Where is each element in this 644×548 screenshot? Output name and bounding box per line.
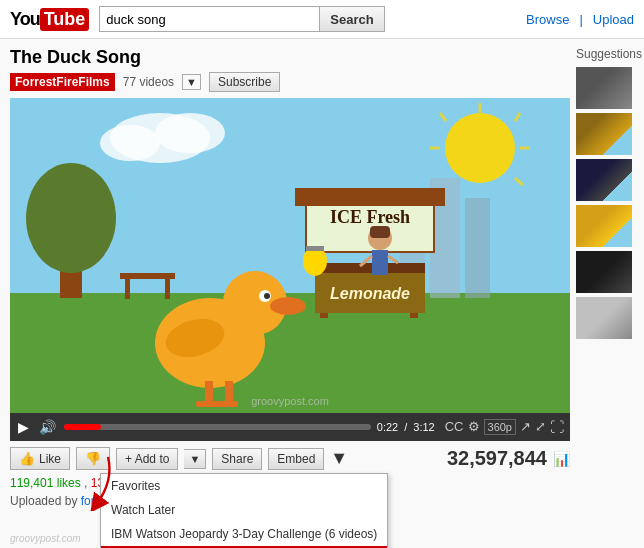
embed-button[interactable]: Embed: [268, 448, 324, 470]
svg-point-39: [264, 293, 270, 299]
suggestions-label: Suggestions: [576, 47, 634, 61]
dropdown-menu: Favorites Watch Later IBM Watson Jeopard…: [100, 473, 388, 548]
suggestion-thumb-5[interactable]: [576, 251, 632, 293]
main: The Duck Song ForrestFireFilms 77 videos…: [0, 39, 644, 516]
ctrl-icon-group: CC ⚙ 360p ↗ ⤢ ⛶: [445, 419, 564, 435]
header-divider: |: [579, 12, 582, 27]
time-total: 3:12: [413, 421, 434, 433]
action-bar: 👍 Like 👎 + Add to ▼ Share Embed ▼ 32,597…: [10, 441, 570, 474]
progress-fill: [64, 424, 101, 430]
expand-icon[interactable]: ⤢: [535, 419, 546, 435]
svg-rect-22: [315, 263, 425, 273]
dropdown-ibm-challenge[interactable]: IBM Watson Jeopardy 3-Day Challenge (6 v…: [101, 522, 387, 546]
svg-point-2: [445, 113, 515, 183]
share-button[interactable]: Share: [212, 448, 262, 470]
header: YouTube Search Browse | Upload: [0, 0, 644, 39]
thumbs-down-icon: 👎: [85, 451, 101, 466]
svg-rect-35: [370, 226, 390, 238]
svg-rect-45: [216, 401, 238, 407]
dropdown-watch-later[interactable]: Watch Later: [101, 498, 387, 522]
video-scene: ICE Fresh Lemonade: [10, 98, 570, 413]
add-to-dropdown-button[interactable]: ▼: [184, 449, 206, 469]
svg-point-10: [155, 113, 225, 153]
add-to-button[interactable]: + Add to: [116, 448, 178, 470]
groovypost-watermark: groovypost.com: [10, 533, 81, 544]
svg-rect-43: [225, 381, 233, 403]
suggestion-thumb-2[interactable]: [576, 113, 632, 155]
view-count-info[interactable]: 📊: [553, 451, 570, 467]
volume-button[interactable]: 🔊: [37, 420, 58, 434]
svg-point-40: [270, 297, 306, 315]
upload-prefix: Uploaded by: [10, 494, 77, 508]
header-links: Browse | Upload: [526, 12, 634, 27]
suggestion-thumb-6[interactable]: [576, 297, 632, 339]
time-display: 0:22: [377, 421, 398, 433]
suggestion-thumb-4[interactable]: [576, 205, 632, 247]
more-button[interactable]: ▼: [330, 448, 348, 469]
upload-link[interactable]: Upload: [593, 12, 634, 27]
svg-point-11: [100, 125, 160, 161]
caption-icon[interactable]: CC: [445, 419, 464, 435]
svg-rect-44: [196, 401, 218, 407]
svg-point-13: [26, 163, 116, 273]
video-title: The Duck Song: [10, 47, 566, 68]
quality-button[interactable]: 360p: [484, 419, 516, 435]
video-svg: ICE Fresh Lemonade: [10, 98, 570, 413]
svg-rect-16: [165, 279, 170, 299]
suggestion-thumb-3[interactable]: [576, 159, 632, 201]
thumbs-up-icon: 👍: [19, 451, 35, 466]
time-separator: /: [404, 421, 407, 433]
like-label: Like: [39, 452, 61, 466]
view-count: 32,597,844: [447, 447, 547, 470]
dropdown-favorites[interactable]: Favorites: [101, 474, 387, 498]
logo-you: You: [10, 9, 40, 30]
progress-bar[interactable]: [64, 424, 371, 430]
share-icon[interactable]: ↗: [520, 419, 531, 435]
logo[interactable]: YouTube: [10, 8, 89, 31]
video-player[interactable]: ICE Fresh Lemonade: [10, 98, 570, 413]
svg-rect-26: [295, 188, 445, 206]
fullscreen-button[interactable]: ⛶: [550, 419, 564, 435]
dislike-button[interactable]: 👎: [76, 447, 110, 470]
logo-tube: Tube: [40, 8, 90, 31]
likes-separator: ,: [84, 476, 91, 490]
suggestion-thumb-1[interactable]: [576, 67, 632, 109]
channel-name[interactable]: ForrestFireFilms: [10, 73, 115, 91]
subscribe-button[interactable]: Subscribe: [209, 72, 280, 92]
svg-text:Lemonade: Lemonade: [330, 285, 410, 302]
svg-rect-30: [306, 246, 324, 251]
search-button[interactable]: Search: [319, 6, 384, 32]
video-count: 77 videos: [123, 75, 174, 89]
sidebar: Suggestions: [576, 47, 634, 508]
dropdown-icon[interactable]: ▼: [182, 74, 201, 90]
settings-icon[interactable]: ⚙: [468, 419, 480, 435]
svg-rect-14: [120, 273, 175, 279]
svg-rect-42: [205, 381, 213, 403]
search-box: Search: [99, 6, 516, 32]
svg-rect-32: [372, 250, 388, 275]
svg-text:ICE Fresh: ICE Fresh: [330, 207, 410, 227]
controls-bar: ▶ 🔊 0:22 / 3:12 CC ⚙ 360p ↗ ⤢ ⛶: [10, 413, 570, 441]
browse-link[interactable]: Browse: [526, 12, 569, 27]
content: The Duck Song ForrestFireFilms 77 videos…: [10, 47, 566, 508]
like-button[interactable]: 👍 Like: [10, 447, 70, 470]
play-button[interactable]: ▶: [16, 420, 31, 434]
channel-row: ForrestFireFilms 77 videos ▼ Subscribe: [10, 72, 566, 92]
svg-rect-18: [465, 198, 490, 298]
search-input[interactable]: [99, 6, 319, 32]
svg-rect-15: [125, 279, 130, 299]
likes-count: 119,401 likes: [10, 476, 81, 490]
